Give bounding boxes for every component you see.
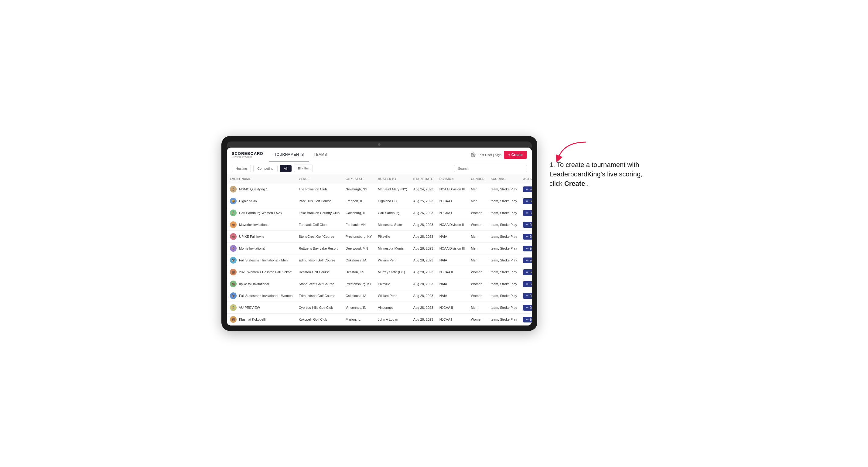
event-icon: 🐻: [230, 316, 237, 323]
tab-teams[interactable]: TEAMS: [309, 148, 332, 162]
col-division: DIVISION: [436, 175, 468, 183]
cell-gender: Men: [468, 302, 488, 314]
cell-actions: ✏ Edit: [520, 314, 532, 325]
cell-hosted-by: William Penn: [375, 254, 410, 266]
cell-scoring: team, Stroke Play: [488, 290, 520, 302]
filter-button[interactable]: ⊟ Filter: [294, 164, 313, 172]
gear-icon[interactable]: [471, 152, 475, 157]
col-actions: ACTIONS: [520, 175, 532, 183]
event-icon: 🏌️: [230, 304, 237, 311]
cell-scoring: team, Stroke Play: [488, 243, 520, 254]
instruction-step: 1.: [550, 161, 555, 168]
instruction-period: .: [587, 180, 589, 187]
cell-start-date: Aug 25, 2023: [410, 195, 436, 207]
cell-event-name: 🏌️ Carl Sandburg Women FA23: [227, 207, 296, 219]
edit-button[interactable]: ✏ Edit: [523, 234, 532, 240]
col-venue: VENUE: [296, 175, 343, 183]
cell-scoring: team, Stroke Play: [488, 219, 520, 231]
cell-gender: Women: [468, 278, 488, 290]
filter-bar: Hosting Competing All ⊟ Filter: [227, 162, 532, 175]
cell-division: NCAA Division III: [436, 243, 468, 254]
cell-venue: Faribault Golf Club: [296, 219, 343, 231]
edit-button[interactable]: ✏ Edit: [523, 281, 532, 287]
cell-division: NJCAA I: [436, 314, 468, 325]
cell-actions: ✏ Edit: [520, 219, 532, 231]
cell-hosted-by: Highland CC: [375, 195, 410, 207]
cell-hosted-by: Mt. Saint Mary (NY): [375, 183, 410, 195]
edit-button[interactable]: ✏ Edit: [523, 246, 532, 251]
table-row: 🦅 Fall Statesmen Invitational - Men Edmu…: [227, 254, 532, 266]
col-event-name: EVENT NAME: [227, 175, 296, 183]
event-name-text: Maverick Invitational: [239, 223, 269, 226]
event-icon: 🐂: [230, 233, 237, 240]
col-hosted-by: HOSTED BY: [375, 175, 410, 183]
cell-scoring: team, Stroke Play: [488, 231, 520, 243]
cell-division: NAIA: [436, 231, 468, 243]
outer-wrapper: SCOREBOARD Powered by Clippit TOURNAMENT…: [221, 136, 647, 331]
cell-division: NAIA: [436, 290, 468, 302]
nav-user: Test User | Sign: [478, 153, 501, 157]
edit-button[interactable]: ✏ Edit: [523, 210, 532, 216]
event-icon: 🏌️: [230, 210, 237, 216]
cell-start-date: Aug 28, 2023: [410, 266, 436, 278]
cell-actions: ✏ Edit: [520, 290, 532, 302]
cell-gender: Women: [468, 266, 488, 278]
edit-button[interactable]: ✏ Edit: [523, 269, 532, 275]
table-row: 🐻 2023 Women's Hesston Fall Kickoff Hess…: [227, 266, 532, 278]
cell-gender: Men: [468, 243, 488, 254]
cell-division: NAIA: [436, 254, 468, 266]
edit-button[interactable]: ✏ Edit: [523, 317, 532, 322]
event-icon: 🐻: [230, 269, 237, 275]
edit-button[interactable]: ✏ Edit: [523, 186, 532, 192]
cell-city-state: Hesston, KS: [343, 266, 375, 278]
edit-button[interactable]: ✏ Edit: [523, 257, 532, 263]
cell-division: NCAA Division II: [436, 219, 468, 231]
cell-city-state: Newburgh, NY: [343, 183, 375, 195]
col-scoring: SCORING: [488, 175, 520, 183]
tablet-screen: SCOREBOARD Powered by Clippit TOURNAMENT…: [227, 148, 532, 325]
event-icon: 🐂: [230, 281, 237, 287]
cell-hosted-by: William Penn: [375, 290, 410, 302]
table-row: 🏌️ Morris Invitational Ruttger's Bay Lak…: [227, 243, 532, 254]
edit-button[interactable]: ✏ Edit: [523, 222, 532, 228]
tab-tournaments[interactable]: TOURNAMENTS: [269, 148, 309, 162]
edit-button[interactable]: ✏ Edit: [523, 305, 532, 311]
event-name-text: Carl Sandburg Women FA23: [239, 211, 282, 215]
cell-venue: Ruttger's Bay Lake Resort: [296, 243, 343, 254]
cell-city-state: Vincennes, IN: [343, 302, 375, 314]
edit-button[interactable]: ✏ Edit: [523, 198, 532, 204]
cell-gender: Women: [468, 207, 488, 219]
cell-actions: ✏ Edit: [520, 183, 532, 195]
all-filter[interactable]: All: [280, 165, 291, 172]
col-start-date: START DATE: [410, 175, 436, 183]
cell-event-name: 🦅 Fall Statesmen Invitational - Men: [227, 254, 296, 266]
instruction-panel: 1. To create a tournament with Leaderboa…: [550, 136, 647, 188]
competing-filter[interactable]: Competing: [253, 165, 277, 172]
event-name-text: Morris Invitational: [239, 247, 265, 250]
svg-point-0: [472, 154, 474, 155]
cell-venue: Hesston Golf Course: [296, 266, 343, 278]
cell-city-state: Freeport, IL: [343, 195, 375, 207]
cell-start-date: Aug 28, 2023: [410, 243, 436, 254]
table-body: 🏌️ MSMC Qualifying 1 The Powelton Club N…: [227, 183, 532, 325]
cell-event-name: 🐂 Maverick Invitational: [227, 219, 296, 231]
cell-venue: Edmundson Golf Course: [296, 290, 343, 302]
cell-venue: StoneCrest Golf Course: [296, 278, 343, 290]
hosting-filter[interactable]: Hosting: [232, 165, 251, 172]
cell-city-state: Oskaloosa, IA: [343, 290, 375, 302]
cell-city-state: Prestonsburg, KY: [343, 231, 375, 243]
arrow-icon: [556, 139, 592, 163]
cell-start-date: Aug 28, 2023: [410, 219, 436, 231]
cell-event-name: 🏌️ VU PREVIEW: [227, 302, 296, 314]
cell-event-name: 🐻 Klash at Kokopelli: [227, 314, 296, 325]
cell-division: NJCAA I: [436, 195, 468, 207]
table-header: EVENT NAME VENUE CITY, STATE HOSTED BY S…: [227, 175, 532, 183]
cell-scoring: team, Stroke Play: [488, 314, 520, 325]
cell-event-name: 🐂 upike fall invitational: [227, 278, 296, 290]
table-row: 🦅 Fall Statesmen Invitational - Women Ed…: [227, 290, 532, 302]
edit-button[interactable]: ✏ Edit: [523, 293, 532, 299]
cell-gender: Men: [468, 183, 488, 195]
create-button[interactable]: + Create: [504, 151, 527, 159]
search-input[interactable]: [454, 165, 527, 172]
cell-start-date: Aug 24, 2023: [410, 183, 436, 195]
